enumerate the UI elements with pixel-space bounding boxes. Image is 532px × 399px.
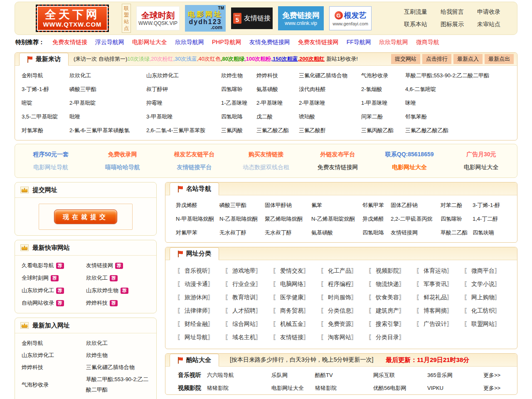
more-link[interactable]: 更多>> <box>483 382 517 394</box>
site-link[interactable]: 烨烨科技 <box>256 69 299 82</box>
category-link[interactable]: 〖 微商平台〗 <box>464 264 517 277</box>
category-link[interactable]: 〖 电脑网络〗 <box>273 277 320 291</box>
site-link[interactable]: 欣欣化工 <box>86 337 152 349</box>
site-link[interactable]: 2-甲基吡啶 <box>69 96 146 110</box>
site-link[interactable]: 四氢噻吩 <box>441 212 473 226</box>
site-link[interactable]: 金刚导航 <box>22 69 69 82</box>
category-link[interactable]: 〖 化工产品〗 <box>320 264 368 277</box>
site-link[interactable]: 戊二酸 <box>256 110 299 123</box>
site-link[interactable]: 间苯二酚 <box>361 110 405 123</box>
site-link[interactable]: 酷酷TV <box>315 369 373 382</box>
site-link[interactable]: 四氢噻吩 <box>221 82 256 96</box>
category-link[interactable]: 〖 视频影院〗 <box>368 264 416 277</box>
ad-link[interactable]: 电影网址导航 <box>15 161 87 174</box>
site-link[interactable]: 对苯二酚 <box>441 198 473 212</box>
recommend-link[interactable]: 免费友情链接 <box>52 39 87 46</box>
category-link[interactable]: 〖 军事资讯〗 <box>416 277 464 291</box>
category-link[interactable]: 〖 友情链接〗 <box>273 330 320 344</box>
latest-visits-button[interactable]: 提交网站 <box>391 54 420 64</box>
site-link[interactable]: 嘧啶 <box>22 96 69 110</box>
site-link[interactable]: 三氟丙酸乙酯 <box>361 123 405 137</box>
site-link[interactable]: 4,6-二氯嘧啶 <box>405 82 517 96</box>
category-link[interactable]: 〖 音乐视听〗 <box>177 264 225 277</box>
site-link[interactable]: 优酷56电影网 <box>373 382 427 394</box>
category-link[interactable]: 〖 搜索引擎〗 <box>368 317 416 330</box>
site-link[interactable]: N-乙烯基吡啶烷酮 <box>311 212 362 226</box>
site-link[interactable]: 欣欣化工 <box>69 69 146 82</box>
category-link[interactable]: 〖 联盟网站〗 <box>464 317 517 330</box>
header-link[interactable]: 未审站点 <box>477 21 500 28</box>
category-link[interactable]: 〖 免费资源〗 <box>320 317 368 330</box>
site-link[interactable]: 1-乙基咪唑 <box>221 96 256 110</box>
banner-cnlink[interactable]: 免费链接网 www.cnlink.vip <box>278 6 324 30</box>
ad-link[interactable]: 广告月30元 <box>445 148 517 161</box>
site-link[interactable]: 对氟甲苯 <box>176 226 219 239</box>
site-link[interactable]: 2-氟-6-三氟甲基苯磺酰氯 <box>69 123 146 137</box>
site-link[interactable]: 全球时刻网 <box>22 275 49 281</box>
ad-link[interactable]: 外链发布平台 <box>302 148 374 161</box>
ad-link[interactable]: 友情链接平台 <box>158 161 230 174</box>
site-link[interactable]: 溴代肉桂醛 <box>299 82 361 96</box>
site-link[interactable]: 异戊烯醛 <box>362 212 391 226</box>
site-link[interactable]: 对氯苯酚 <box>22 123 69 137</box>
site-link[interactable]: 猪猪影院 <box>315 382 373 394</box>
header-link[interactable]: 给我留言 <box>441 8 464 16</box>
banner-friend-links[interactable]: html 5 友情链接 <box>231 7 273 29</box>
category-link[interactable]: 〖 建筑房产〗 <box>368 304 416 317</box>
ad-link[interactable]: 电影网址大全 <box>445 161 517 174</box>
category-link[interactable]: 〖 广告设计〗 <box>416 317 464 330</box>
site-link[interactable]: 三氟化硼乙腈络合物 <box>299 69 361 82</box>
category-link[interactable]: 〖 分类目录〗 <box>368 330 416 344</box>
site-link[interactable]: 无水叔丁醇 <box>265 226 311 239</box>
site-link[interactable]: 2,6-二氯-4-三氟甲基苯胺 <box>146 123 221 137</box>
site-link[interactable]: 邻氯苯酚 <box>405 110 517 123</box>
category-link[interactable]: 〖 时尚服饰〗 <box>320 291 368 304</box>
site-link[interactable]: 三氟乙酸乙酯 <box>256 123 299 137</box>
ad-link[interactable]: 免费收录网 <box>87 148 159 161</box>
site-logo[interactable]: 全天下网 WWW.QTXW.COM <box>36 5 109 32</box>
site-link[interactable]: 欣烨生物 <box>86 349 152 361</box>
famous-sites-tab[interactable]: 名站导航 <box>170 182 219 195</box>
site-link[interactable]: 3-甲基吡唑 <box>146 110 221 123</box>
category-link[interactable]: 〖 淘客网站〗 <box>320 330 368 344</box>
site-link[interactable]: 三氟乙酸酐 <box>299 123 361 137</box>
site-link[interactable]: 2,2-二甲硫基丙烷 <box>391 212 441 226</box>
category-link[interactable]: 〖 教育培训〗 <box>225 291 273 304</box>
site-link[interactable]: 三氟丙酸 <box>221 123 256 137</box>
site-link[interactable]: 山东欣烨化工 <box>146 69 221 82</box>
site-link[interactable]: 金刚导航 <box>22 337 86 349</box>
recommend-link[interactable]: 欣欣导航网 <box>175 39 204 46</box>
site-link[interactable]: 3-丁烯-1-醇 <box>22 396 86 399</box>
category-link[interactable]: 〖 机械五金〗 <box>273 317 320 330</box>
site-link[interactable]: 四氢呋喃 <box>473 226 517 239</box>
site-link[interactable]: 365音乐网 <box>427 369 483 382</box>
site-link[interactable]: 欣欣化工 <box>86 275 108 281</box>
category-link[interactable]: 〖 爱情交友〗 <box>273 264 320 277</box>
site-link[interactable]: 1,4-丁二醇 <box>473 212 517 226</box>
category-link[interactable]: 〖 鲜花礼品〗 <box>416 291 464 304</box>
latest-visits-button[interactable]: 最新点入 <box>453 54 483 64</box>
site-link[interactable]: 山东欣烨化工 <box>22 349 86 361</box>
site-link[interactable]: 3-丁烯-1-醇 <box>22 82 69 96</box>
site-link[interactable]: 山东欣烨化工 <box>22 287 54 293</box>
cool-sites-tab[interactable]: 酷站大全 <box>170 354 219 367</box>
site-link[interactable]: 磷酸三甲酯 <box>86 396 152 399</box>
categories-tab[interactable]: 网址分类 <box>170 247 219 260</box>
site-link[interactable]: 山东欣烨生物 <box>86 287 118 293</box>
header-link[interactable]: 申请收录 <box>477 8 500 16</box>
category-link[interactable]: 〖 行业企业〗 <box>225 277 273 291</box>
header-link[interactable]: 联系本站 <box>404 21 427 28</box>
category-link[interactable]: 〖 法律律师〗 <box>177 304 225 317</box>
site-link[interactable]: 六六啦导航 <box>207 369 271 382</box>
site-link[interactable]: 3,5-二甲基吡啶 <box>22 110 69 123</box>
site-link[interactable]: 草酸二乙酯 <box>441 226 473 239</box>
recommend-link[interactable]: 友情免费链接网 <box>249 39 290 46</box>
site-link[interactable]: 无水叔丁醇 <box>219 226 265 239</box>
site-link[interactable]: 烨烨科技 <box>86 300 108 306</box>
site-link[interactable]: 咪唑 <box>405 96 517 110</box>
site-link[interactable]: 3-丁烯-1-醇 <box>473 198 517 212</box>
site-link[interactable]: 磷酸三甲酯 <box>69 82 146 96</box>
latest-visits-button[interactable]: 点击排行 <box>422 54 451 64</box>
site-link[interactable]: 氨基磺酸 <box>311 226 362 239</box>
site-link[interactable]: 琥珀酸 <box>299 110 361 123</box>
